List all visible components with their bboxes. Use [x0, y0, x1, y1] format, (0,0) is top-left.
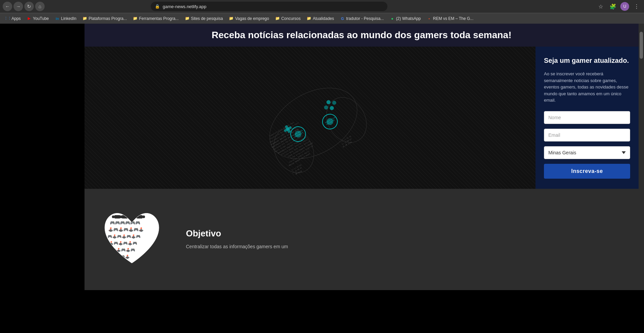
refresh-button[interactable]: ↻	[24, 2, 34, 11]
svg-point-48	[142, 215, 145, 218]
bookmark-linkedin-label: LinkedIn	[61, 16, 76, 21]
star-button[interactable]: ☆	[596, 2, 605, 11]
bookmark-sites-label: Sites de pesquisa	[191, 16, 223, 21]
main-content-area: Receba notícias relacionadas ao mundo do…	[85, 24, 639, 290]
state-select[interactable]: Minas Gerais São Paulo Rio de Janeiro Ba…	[544, 146, 630, 159]
form-card-description: Ao se inscrever você receberá semanalmen…	[544, 71, 630, 104]
menu-button[interactable]: ⋮	[632, 2, 641, 11]
subscribe-button[interactable]: Inscreva-se	[544, 164, 630, 179]
browser-content: Receba notícias relacionadas ao mundo do…	[0, 24, 644, 290]
controller-art: GameController GamePad Xbox PlayStation …	[232, 60, 388, 175]
user-avatar[interactable]: U	[620, 2, 629, 11]
form-card-title: Seja um gamer atualizado.	[544, 57, 630, 65]
svg-text:🎮🕹️🎮🕹️🎮🕹️🎮: 🎮🕹️🎮🕹️🎮🕹️🎮	[108, 234, 141, 239]
url-text: game-news.netlify.app	[163, 4, 383, 9]
bookmark-plataformas[interactable]: 📁 Plataformas Progra...	[80, 15, 129, 22]
svg-point-42	[127, 215, 130, 218]
svg-text:🕹️🎮🕹️🎮🕹️🎮: 🕹️🎮🕹️🎮🕹️🎮	[109, 241, 137, 246]
apps-icon: ⋮⋮	[5, 16, 10, 21]
about-text: Objetivo Centralizar todas as informaçõe…	[186, 228, 288, 250]
extensions-button[interactable]: 🧩	[608, 2, 618, 11]
left-margin	[0, 24, 85, 290]
browser-actions: ☆ 🧩 U ⋮	[596, 2, 641, 11]
linkedin-icon: in	[55, 16, 60, 21]
hero-section: GameController GamePad Xbox PlayStation …	[85, 47, 639, 189]
svg-point-32	[332, 100, 337, 105]
bookmark-concursos[interactable]: 📁 Concursos	[272, 15, 303, 22]
bookmark-apps-label: Apps	[11, 16, 21, 21]
svg-text:🕹️🎮🕹️🎮🕹️🎮🕹️: 🕹️🎮🕹️🎮🕹️🎮🕹️	[108, 227, 144, 232]
svg-text:🎮🎮🎮🎮🎮🎮: 🎮🎮🎮🎮🎮🎮	[110, 220, 140, 225]
svg-point-33	[323, 105, 329, 110]
bookmark-rem-label: REM vs EM – The G...	[433, 16, 474, 21]
bookmark-atualidades-label: Atualidades	[313, 16, 334, 21]
bookmark-vagas[interactable]: 📁 Vagas de emprego	[226, 15, 272, 22]
bookmarks-bar: ⋮⋮ Apps ▶ YouTube in LinkedIn 📁 Platafor…	[0, 13, 644, 24]
whatsapp-icon: ●	[390, 16, 395, 21]
page-content: Receba notícias relacionadas ao mundo do…	[0, 24, 639, 290]
folder-icon-1: 📁	[82, 16, 87, 21]
rem-icon: ▪	[427, 16, 432, 21]
folder-icon-6: 📁	[307, 16, 311, 21]
page-title: Receba notícias relacionadas ao mundo do…	[91, 30, 632, 41]
bookmark-atualidades[interactable]: 📁 Atualidades	[304, 15, 337, 22]
svg-rect-43	[129, 215, 135, 219]
page-header: Receba notícias relacionadas ao mundo do…	[85, 24, 639, 47]
scroll-thumb[interactable]	[640, 32, 643, 59]
name-input[interactable]	[544, 111, 630, 124]
svg-text:🕹️🎮🕹️: 🕹️🎮🕹️	[116, 254, 130, 259]
browser-chrome: ← → ↻ ⌂ 🔒 game-news.netlify.app ☆ 🧩 U ⋮ …	[0, 0, 644, 24]
about-description: Centralizar todas as informações gamers …	[186, 243, 288, 250]
bookmark-linkedin[interactable]: in LinkedIn	[52, 15, 79, 22]
bookmark-concursos-label: Concursos	[281, 16, 301, 21]
about-section: 🎮🎮🎮🎮🎮🎮 🕹️🎮🕹️🎮🕹️🎮🕹️ 🎮🕹️🎮🕹️🎮🕹️🎮 🕹️🎮🕹️🎮🕹️🎮 …	[85, 189, 639, 290]
folder-icon-2: 📁	[133, 16, 138, 21]
youtube-icon: ▶	[27, 16, 31, 21]
forward-button[interactable]: →	[14, 2, 23, 11]
folder-icon-4: 📁	[229, 16, 234, 21]
bookmark-whatsapp-label: (2) WhatsApp	[396, 16, 421, 21]
heart-controllers-art: 🎮🎮🎮🎮🎮🎮 🕹️🎮🕹️🎮🕹️🎮🕹️ 🎮🕹️🎮🕹️🎮🕹️🎮 🕹️🎮🕹️🎮🕹️🎮 …	[101, 206, 162, 273]
svg-point-34	[326, 100, 331, 105]
bookmark-tradutor-label: tradutor - Pesquisa...	[346, 16, 384, 21]
google-icon: G	[340, 16, 345, 21]
about-title: Objetivo	[186, 228, 288, 239]
bookmark-youtube[interactable]: ▶ YouTube	[24, 15, 51, 22]
svg-point-41	[119, 215, 122, 218]
lock-icon: 🔒	[155, 4, 160, 9]
home-button[interactable]: ⌂	[35, 2, 45, 11]
scrollbar[interactable]	[639, 24, 644, 290]
svg-point-38	[112, 215, 115, 218]
bookmark-sites[interactable]: 📁 Sites de pesquisa	[182, 15, 226, 22]
nav-buttons: ← → ↻ ⌂	[3, 2, 45, 11]
bookmark-tradutor[interactable]: G tradutor - Pesquisa...	[337, 15, 386, 22]
folder-icon-3: 📁	[185, 16, 190, 21]
bookmark-plataformas-label: Plataformas Progra...	[89, 16, 127, 21]
back-button[interactable]: ←	[3, 2, 12, 11]
browser-topbar: ← → ↻ ⌂ 🔒 game-news.netlify.app ☆ 🧩 U ⋮	[0, 0, 644, 13]
svg-point-31	[329, 105, 334, 111]
svg-text:🎮🕹️🎮🕹️🎮: 🎮🕹️🎮🕹️🎮	[112, 248, 135, 252]
email-input[interactable]	[544, 129, 630, 142]
form-card: Seja um gamer atualizado. Ao se inscreve…	[535, 47, 639, 189]
bookmark-apps[interactable]: ⋮⋮ Apps	[3, 15, 23, 22]
bookmark-vagas-label: Vagas de emprego	[235, 16, 269, 21]
address-bar[interactable]: 🔒 game-news.netlify.app	[151, 2, 387, 11]
bookmark-whatsapp[interactable]: ● (2) WhatsApp	[387, 15, 423, 22]
hero-visual: GameController GamePad Xbox PlayStation …	[85, 47, 535, 189]
bookmark-youtube-label: YouTube	[33, 16, 49, 21]
bookmark-rem[interactable]: ▪ REM vs EM – The G...	[424, 15, 476, 22]
about-visual: 🎮🎮🎮🎮🎮🎮 🕹️🎮🕹️🎮🕹️🎮🕹️ 🎮🕹️🎮🕹️🎮🕹️🎮 🕹️🎮🕹️🎮🕹️🎮 …	[98, 206, 166, 273]
bookmark-ferramentas-label: Ferramentas Progra...	[139, 16, 178, 21]
folder-icon-5: 📁	[275, 16, 280, 21]
bookmark-ferramentas[interactable]: 📁 Ferramentas Progra...	[130, 15, 181, 22]
